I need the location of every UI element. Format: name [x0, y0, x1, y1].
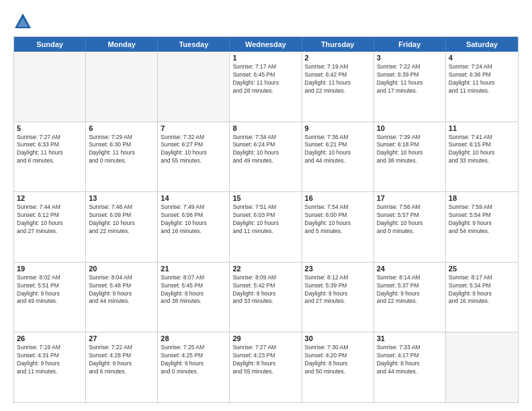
calendar-day-15: 15Sunrise: 7:51 AM Sunset: 6:03 PM Dayli… — [230, 192, 302, 262]
day-info: Sunrise: 7:51 AM Sunset: 6:03 PM Dayligh… — [232, 203, 298, 236]
calendar-day-9: 9Sunrise: 7:36 AM Sunset: 6:21 PM Daylig… — [302, 122, 374, 192]
day-info: Sunrise: 7:46 AM Sunset: 6:09 PM Dayligh… — [89, 203, 154, 236]
day-info: Sunrise: 8:02 AM Sunset: 5:51 PM Dayligh… — [17, 274, 83, 306]
calendar-day-25: 25Sunrise: 8:17 AM Sunset: 5:34 PM Dayli… — [446, 263, 518, 332]
calendar-header-wednesday: Wednesday — [230, 37, 302, 52]
day-info: Sunrise: 8:14 AM Sunset: 5:37 PM Dayligh… — [377, 274, 443, 306]
calendar-day-10: 10Sunrise: 7:39 AM Sunset: 6:18 PM Dayli… — [374, 122, 446, 192]
calendar-day-23: 23Sunrise: 8:12 AM Sunset: 5:39 PM Dayli… — [302, 263, 374, 332]
day-info: Sunrise: 7:25 AM Sunset: 4:25 PM Dayligh… — [161, 344, 226, 376]
calendar-day-13: 13Sunrise: 7:46 AM Sunset: 6:09 PM Dayli… — [86, 192, 158, 262]
calendar-day-22: 22Sunrise: 8:09 AM Sunset: 5:42 PM Dayli… — [230, 263, 302, 332]
day-info: Sunrise: 7:27 AM Sunset: 4:23 PM Dayligh… — [232, 344, 298, 376]
day-info: Sunrise: 7:36 AM Sunset: 6:21 PM Dayligh… — [305, 134, 371, 166]
day-number: 27 — [89, 334, 154, 342]
day-number: 16 — [305, 194, 371, 202]
calendar-day-24: 24Sunrise: 8:14 AM Sunset: 5:37 PM Dayli… — [374, 263, 446, 332]
calendar-day-28: 28Sunrise: 7:25 AM Sunset: 4:25 PM Dayli… — [158, 332, 230, 402]
calendar-day-29: 29Sunrise: 7:27 AM Sunset: 4:23 PM Dayli… — [230, 332, 302, 402]
day-info: Sunrise: 8:09 AM Sunset: 5:42 PM Dayligh… — [232, 274, 298, 306]
calendar-body: 1Sunrise: 7:17 AM Sunset: 6:45 PM Daylig… — [14, 52, 518, 402]
day-info: Sunrise: 8:12 AM Sunset: 5:39 PM Dayligh… — [305, 274, 371, 306]
calendar-day-5: 5Sunrise: 7:27 AM Sunset: 6:33 PM Daylig… — [14, 122, 86, 192]
calendar-week-5: 26Sunrise: 7:19 AM Sunset: 4:31 PM Dayli… — [14, 332, 518, 402]
day-info: Sunrise: 7:24 AM Sunset: 6:36 PM Dayligh… — [449, 63, 515, 95]
calendar-day-2: 2Sunrise: 7:19 AM Sunset: 6:42 PM Daylig… — [302, 52, 374, 122]
day-number: 12 — [17, 194, 83, 202]
day-number: 10 — [377, 124, 443, 132]
day-info: Sunrise: 7:29 AM Sunset: 6:30 PM Dayligh… — [89, 134, 154, 166]
day-number: 13 — [89, 194, 154, 202]
logo-icon — [13, 12, 32, 31]
day-number: 23 — [305, 265, 371, 273]
calendar-day-12: 12Sunrise: 7:44 AM Sunset: 6:12 PM Dayli… — [14, 192, 86, 262]
day-info: Sunrise: 7:33 AM Sunset: 4:17 PM Dayligh… — [377, 344, 443, 376]
day-info: Sunrise: 7:49 AM Sunset: 6:06 PM Dayligh… — [161, 203, 226, 236]
day-number: 22 — [232, 265, 298, 273]
calendar-day-18: 18Sunrise: 7:59 AM Sunset: 5:54 PM Dayli… — [446, 192, 518, 262]
calendar-day-16: 16Sunrise: 7:54 AM Sunset: 6:00 PM Dayli… — [302, 192, 374, 262]
calendar-header-row: SundayMondayTuesdayWednesdayThursdayFrid… — [14, 37, 518, 52]
calendar-header-monday: Monday — [86, 37, 158, 52]
day-info: Sunrise: 7:19 AM Sunset: 6:42 PM Dayligh… — [305, 63, 371, 95]
day-number: 30 — [305, 334, 371, 342]
calendar-day-empty — [14, 52, 86, 122]
day-number: 31 — [377, 334, 443, 342]
day-info: Sunrise: 7:19 AM Sunset: 4:31 PM Dayligh… — [17, 344, 83, 376]
calendar-day-14: 14Sunrise: 7:49 AM Sunset: 6:06 PM Dayli… — [158, 192, 230, 262]
day-info: Sunrise: 7:32 AM Sunset: 6:27 PM Dayligh… — [161, 134, 226, 166]
calendar-day-1: 1Sunrise: 7:17 AM Sunset: 6:45 PM Daylig… — [230, 52, 302, 122]
day-number: 25 — [449, 265, 515, 273]
calendar-header-saturday: Saturday — [446, 37, 518, 52]
calendar-week-1: 1Sunrise: 7:17 AM Sunset: 6:45 PM Daylig… — [14, 52, 518, 122]
calendar-day-empty — [158, 52, 230, 122]
calendar-day-21: 21Sunrise: 8:07 AM Sunset: 5:45 PM Dayli… — [158, 263, 230, 332]
page: SundayMondayTuesdayWednesdayThursdayFrid… — [0, 0, 532, 411]
header — [13, 12, 519, 31]
day-number: 3 — [377, 54, 443, 62]
day-info: Sunrise: 7:22 AM Sunset: 6:39 PM Dayligh… — [377, 63, 443, 95]
day-info: Sunrise: 7:41 AM Sunset: 6:15 PM Dayligh… — [449, 134, 515, 166]
day-number: 11 — [449, 124, 515, 132]
calendar-week-3: 12Sunrise: 7:44 AM Sunset: 6:12 PM Dayli… — [14, 192, 518, 263]
calendar-day-19: 19Sunrise: 8:02 AM Sunset: 5:51 PM Dayli… — [14, 263, 86, 332]
day-info: Sunrise: 8:04 AM Sunset: 5:48 PM Dayligh… — [89, 274, 154, 306]
day-number: 19 — [17, 265, 83, 273]
calendar-day-7: 7Sunrise: 7:32 AM Sunset: 6:27 PM Daylig… — [158, 122, 230, 192]
calendar-week-4: 19Sunrise: 8:02 AM Sunset: 5:51 PM Dayli… — [14, 263, 518, 333]
logo — [13, 12, 35, 31]
calendar-day-4: 4Sunrise: 7:24 AM Sunset: 6:36 PM Daylig… — [446, 52, 518, 122]
day-number: 26 — [17, 334, 83, 342]
calendar-day-8: 8Sunrise: 7:34 AM Sunset: 6:24 PM Daylig… — [230, 122, 302, 192]
day-info: Sunrise: 7:34 AM Sunset: 6:24 PM Dayligh… — [232, 134, 298, 166]
calendar-day-30: 30Sunrise: 7:30 AM Sunset: 4:20 PM Dayli… — [302, 332, 374, 402]
calendar-day-empty — [86, 52, 158, 122]
day-number: 18 — [449, 194, 515, 202]
day-info: Sunrise: 8:07 AM Sunset: 5:45 PM Dayligh… — [161, 274, 226, 306]
day-info: Sunrise: 7:59 AM Sunset: 5:54 PM Dayligh… — [449, 203, 515, 236]
day-number: 2 — [305, 54, 371, 62]
calendar-day-11: 11Sunrise: 7:41 AM Sunset: 6:15 PM Dayli… — [446, 122, 518, 192]
day-number: 6 — [89, 124, 154, 132]
day-number: 8 — [232, 124, 298, 132]
day-number: 14 — [161, 194, 226, 202]
day-info: Sunrise: 7:56 AM Sunset: 5:57 PM Dayligh… — [377, 203, 443, 236]
day-number: 29 — [232, 334, 298, 342]
calendar-day-27: 27Sunrise: 7:22 AM Sunset: 4:28 PM Dayli… — [86, 332, 158, 402]
day-number: 5 — [17, 124, 83, 132]
day-info: Sunrise: 7:22 AM Sunset: 4:28 PM Dayligh… — [89, 344, 154, 376]
day-number: 24 — [377, 265, 443, 273]
calendar-header-thursday: Thursday — [302, 37, 374, 52]
calendar-day-empty — [446, 332, 518, 402]
day-number: 15 — [232, 194, 298, 202]
calendar-header-friday: Friday — [374, 37, 446, 52]
calendar-day-6: 6Sunrise: 7:29 AM Sunset: 6:30 PM Daylig… — [86, 122, 158, 192]
day-info: Sunrise: 7:27 AM Sunset: 6:33 PM Dayligh… — [17, 134, 83, 166]
day-number: 7 — [161, 124, 226, 132]
calendar-week-2: 5Sunrise: 7:27 AM Sunset: 6:33 PM Daylig… — [14, 122, 518, 193]
day-info: Sunrise: 7:54 AM Sunset: 6:00 PM Dayligh… — [305, 203, 371, 236]
day-info: Sunrise: 7:17 AM Sunset: 6:45 PM Dayligh… — [232, 63, 298, 95]
calendar-header-tuesday: Tuesday — [158, 37, 230, 52]
calendar-day-20: 20Sunrise: 8:04 AM Sunset: 5:48 PM Dayli… — [86, 263, 158, 332]
calendar-day-3: 3Sunrise: 7:22 AM Sunset: 6:39 PM Daylig… — [374, 52, 446, 122]
